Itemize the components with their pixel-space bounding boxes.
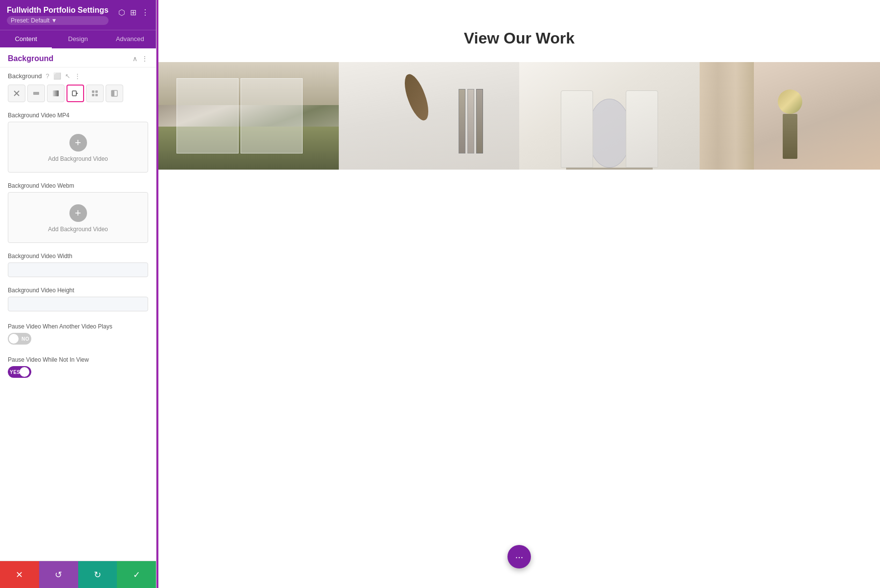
- svg-rect-11: [111, 90, 114, 96]
- cancel-button[interactable]: ✕: [0, 561, 39, 588]
- panel-header-icons: ⬡ ⊞ ⋮: [118, 8, 149, 17]
- pause-another-group: Pause Video When Another Video Plays NO: [0, 318, 156, 345]
- bg-more-icon[interactable]: ⋮: [74, 72, 81, 80]
- portfolio-item-1[interactable]: [158, 62, 339, 170]
- layout-icon[interactable]: ⊞: [130, 8, 136, 17]
- tab-bar: Content Design Advanced: [0, 30, 156, 48]
- portfolio-item-2[interactable]: [339, 62, 519, 170]
- module-icon[interactable]: ⬡: [118, 8, 125, 17]
- bg-type-pattern[interactable]: [86, 85, 104, 102]
- pause-not-in-view-group: Pause Video While Not In View YES: [0, 351, 156, 388]
- preset-label[interactable]: Preset: Default ▼: [7, 16, 109, 25]
- bg-type-none[interactable]: [8, 85, 25, 102]
- bg-video-webm-label: Background Video Webm: [8, 182, 148, 189]
- settings-panel: Fullwidth Portfolio Settings Preset: Def…: [0, 0, 156, 588]
- collapse-icon[interactable]: ∧: [132, 55, 137, 63]
- bg-video-mp4-upload[interactable]: + Add Background Video: [8, 122, 148, 173]
- bg-type-color[interactable]: [27, 85, 45, 102]
- bg-video-height-label: Background Video Height: [8, 287, 148, 294]
- device-icon[interactable]: ⬜: [53, 72, 61, 80]
- pause-another-toggle[interactable]: NO: [8, 333, 31, 345]
- fab-button[interactable]: ···: [507, 545, 531, 568]
- portfolio-grid: [158, 62, 880, 170]
- toggle-no-label: NO: [22, 336, 29, 342]
- toggle-knob: [9, 334, 19, 344]
- webm-upload-text: Add Background Video: [48, 226, 108, 233]
- background-row: Background ? ⬜ ↖ ⋮: [0, 67, 156, 83]
- canvas-area: View Our Work: [158, 0, 880, 588]
- bg-video-webm-group: Background Video Webm + Add Background V…: [0, 177, 156, 243]
- section-header: Background ∧ ⋮: [0, 48, 156, 67]
- cancel-icon: ✕: [16, 569, 23, 580]
- section-title: Background: [8, 54, 53, 63]
- help-icon[interactable]: ?: [45, 72, 49, 80]
- bg-type-gradient[interactable]: [47, 85, 65, 102]
- bg-type-mask[interactable]: [106, 85, 123, 102]
- bottom-toolbar: ✕ ↺ ↻ ✓: [0, 561, 156, 588]
- portfolio-item-4[interactable]: [700, 62, 880, 170]
- mp4-upload-text: Add Background Video: [48, 155, 108, 162]
- svg-rect-4: [72, 91, 76, 96]
- bg-video-webm-upload[interactable]: + Add Background Video: [8, 192, 148, 243]
- svg-rect-2: [33, 92, 39, 95]
- bg-type-video[interactable]: [66, 85, 84, 102]
- tab-advanced[interactable]: Advanced: [104, 30, 156, 48]
- redo-button[interactable]: ↻: [78, 561, 117, 588]
- pause-not-in-view-toggle[interactable]: YES: [8, 366, 31, 378]
- svg-rect-7: [95, 90, 98, 93]
- tab-content[interactable]: Content: [0, 30, 52, 48]
- mp4-upload-plus: +: [69, 134, 87, 152]
- undo-button[interactable]: ↺: [39, 561, 78, 588]
- bg-video-mp4-label: Background Video MP4: [8, 112, 148, 119]
- bg-video-width-input[interactable]: [8, 262, 148, 277]
- more-options-icon[interactable]: ⋮: [141, 8, 149, 17]
- section-more-icon[interactable]: ⋮: [141, 55, 148, 63]
- svg-rect-8: [92, 94, 94, 96]
- panel-header: Fullwidth Portfolio Settings Preset: Def…: [0, 0, 156, 30]
- panel-title: Fullwidth Portfolio Settings: [7, 6, 109, 15]
- canvas-content: View Our Work: [158, 0, 880, 170]
- pause-not-in-view-label: Pause Video While Not In View: [8, 356, 148, 363]
- tab-design[interactable]: Design: [52, 30, 104, 48]
- page-heading: View Our Work: [158, 0, 880, 62]
- webm-upload-plus: +: [69, 204, 87, 222]
- bg-video-width-label: Background Video Width: [8, 253, 148, 260]
- save-icon: ✓: [133, 569, 140, 580]
- cursor-icon[interactable]: ↖: [65, 72, 70, 80]
- pause-another-toggle-row: NO: [8, 333, 148, 345]
- panel-header-left: Fullwidth Portfolio Settings Preset: Def…: [7, 6, 109, 25]
- bg-type-row: [0, 83, 156, 107]
- bg-video-mp4-group: Background Video MP4 + Add Background Vi…: [0, 107, 156, 173]
- bg-video-width-group: Background Video Width: [0, 248, 156, 277]
- background-label: Background: [8, 72, 42, 80]
- svg-rect-3: [53, 90, 59, 96]
- portfolio-item-3[interactable]: [519, 62, 700, 170]
- svg-rect-9: [95, 94, 98, 96]
- svg-marker-5: [76, 92, 78, 94]
- panel-body: Background ? ⬜ ↖ ⋮: [0, 67, 156, 561]
- toggle-yes-label: YES: [10, 370, 21, 375]
- svg-rect-6: [92, 90, 94, 93]
- pause-another-label: Pause Video When Another Video Plays: [8, 323, 148, 330]
- undo-icon: ↺: [55, 569, 62, 580]
- redo-icon: ↻: [94, 569, 101, 580]
- save-button[interactable]: ✓: [117, 561, 156, 588]
- section-header-right: ∧ ⋮: [132, 55, 148, 63]
- bg-video-height-input[interactable]: [8, 297, 148, 311]
- fab-icon: ···: [515, 551, 524, 563]
- bg-video-height-group: Background Video Height: [0, 282, 156, 311]
- pause-not-in-view-toggle-row: YES: [8, 366, 148, 378]
- toggle-knob-2: [20, 367, 29, 377]
